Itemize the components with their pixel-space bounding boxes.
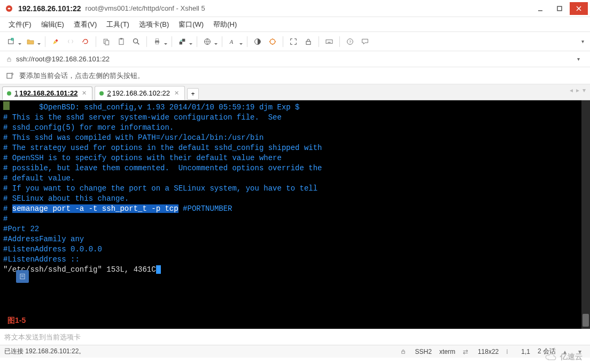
svg-rect-16 [156, 38, 158, 40]
close-button[interactable] [570, 2, 588, 15]
find-button[interactable] [129, 35, 143, 49]
menu-help[interactable]: 帮助(H) [210, 18, 240, 31]
line-marker-icon [3, 101, 10, 110]
svg-rect-12 [120, 38, 122, 39]
status-dot-icon [99, 91, 104, 96]
color-scheme-button[interactable] [251, 35, 265, 49]
position-icon: ⁞ [506, 348, 514, 355]
lock-button[interactable] [301, 35, 315, 49]
minimize-button[interactable] [531, 2, 549, 15]
compose-placeholder: 将文本发送到当前选项卡 [4, 333, 81, 342]
figure-caption: 图1-5 [7, 315, 26, 326]
print-button[interactable] [150, 35, 168, 49]
menu-window[interactable]: 窗口(W) [175, 18, 207, 31]
menu-tab[interactable]: 选项卡(B) [136, 18, 172, 31]
svg-rect-19 [182, 38, 185, 41]
transfer-button[interactable] [175, 35, 193, 49]
keyboard-button[interactable] [322, 35, 336, 49]
terminal-line: # OpenSSH is to specify options with the… [3, 153, 587, 163]
svg-rect-25 [326, 39, 332, 43]
tab-nav: ◂ ▸ ▾ [569, 86, 587, 94]
add-session-icon[interactable] [4, 70, 16, 82]
svg-rect-24 [306, 41, 310, 44]
encoding-button[interactable] [200, 35, 219, 49]
toolbar-sep [197, 36, 197, 47]
tab-number: 2 [107, 89, 111, 97]
cursor-icon [156, 265, 161, 274]
lock-icon [400, 349, 408, 354]
tab-next-icon[interactable]: ▸ [575, 86, 580, 94]
session-properties-button[interactable] [266, 35, 280, 49]
toolbar-sep [45, 36, 45, 47]
terminal-line: # default value. [3, 173, 587, 184]
reconnect-button[interactable] [79, 35, 92, 49]
tab-list-icon[interactable]: ▾ [581, 86, 587, 94]
address-bar: ssh://root@192.168.26.101:22 ▾ [0, 51, 590, 67]
compose-bar[interactable]: 将文本发送到当前选项卡 [0, 329, 590, 345]
terminal[interactable]: # $OpenBSD: sshd_config,v 1.93 2014/01/1… [0, 100, 590, 329]
toolbar-sep [247, 36, 247, 47]
terminal-line: # $OpenBSD: sshd_config,v 1.93 2014/01/1… [3, 102, 587, 113]
add-tab-button[interactable]: + [187, 88, 199, 100]
toolbar-sep [146, 36, 147, 47]
svg-rect-37 [401, 351, 405, 353]
terminal-line: #AddressFamily any [3, 234, 587, 244]
terminal-line: #ListenAddress :: [3, 255, 587, 265]
tab-close-icon[interactable]: ✕ [174, 90, 179, 97]
maximize-button[interactable] [550, 2, 569, 15]
new-session-button[interactable] [4, 35, 22, 49]
tab-close-icon[interactable]: ✕ [82, 90, 87, 97]
svg-rect-32 [7, 59, 11, 61]
status-connection: 已连接 192.168.26.101:22。 [4, 347, 400, 356]
tab-number: 1 [14, 89, 18, 97]
highlight-button[interactable] [49, 35, 63, 49]
fullscreen-button[interactable] [286, 35, 300, 49]
terminal-line: # [3, 214, 587, 224]
address-dropdown[interactable]: ▾ [577, 56, 586, 62]
svg-rect-33 [7, 73, 12, 78]
status-size: 118x22 [478, 348, 499, 355]
terminal-line: #Port 22 [3, 224, 587, 234]
hint-text: 要添加当前会话，点击左侧的箭头按钮。 [19, 71, 144, 81]
selection: semanage port -a -t ssh_port_t -p tcp [12, 204, 178, 213]
session-tab-1[interactable]: 1 192.168.26.101:22 ✕ [2, 86, 92, 100]
open-session-button[interactable] [24, 35, 42, 49]
menu-tools[interactable]: 工具(T) [103, 18, 133, 31]
status-term: xterm [439, 348, 455, 355]
connect-button[interactable] [64, 35, 77, 49]
terminal-line: # If you want to change the port on a SE… [3, 184, 587, 194]
toolbar-sep [172, 36, 172, 47]
toolbar-sep [283, 36, 283, 47]
terminal-line: # SELinux about this change. [3, 194, 587, 204]
terminal-line-highlighted: # semanage port -a -t ssh_port_t -p tcp … [3, 204, 587, 214]
status-dot-icon [7, 91, 11, 96]
svg-point-13 [134, 38, 138, 43]
terminal-scrollbar[interactable] [581, 100, 590, 329]
watermark: 亿速云 [544, 352, 583, 362]
menubar: 文件(F) 编辑(E) 查看(V) 工具(T) 选项卡(B) 窗口(W) 帮助(… [0, 17, 590, 32]
copy-button[interactable] [99, 35, 113, 49]
menu-edit[interactable]: 编辑(E) [38, 18, 67, 31]
menu-view[interactable]: 查看(V) [71, 18, 100, 31]
feedback-button[interactable] [358, 35, 372, 49]
tab-prev-icon[interactable]: ◂ [569, 86, 574, 94]
svg-rect-10 [105, 41, 109, 45]
toolbar-sep [339, 36, 340, 47]
toolbar-sep [96, 36, 96, 47]
resize-icon: ⇄ [463, 348, 470, 355]
help-button[interactable]: ? [343, 35, 357, 49]
svg-text:?: ? [349, 39, 351, 44]
status-protocol: SSH2 [415, 348, 432, 355]
address-text[interactable]: ssh://root@192.168.26.101:22 [14, 55, 577, 63]
app-logo-icon [4, 4, 14, 13]
titlebar: 192.168.26.101:22 root@vms001:/etc/httpd… [0, 0, 590, 17]
scrollbar-thumb[interactable] [583, 314, 589, 327]
toolbar-overflow[interactable]: ▾ [579, 38, 586, 44]
menu-file[interactable]: 文件(F) [5, 18, 35, 31]
font-button[interactable]: A [226, 35, 244, 49]
paste-button[interactable] [114, 35, 128, 49]
document-overlay-icon [16, 270, 29, 283]
toolbar-sep [222, 36, 222, 47]
session-tab-2[interactable]: 2 192.168.26.102:22 ✕ [95, 86, 185, 100]
terminal-line: # The strategy used for options in the d… [3, 143, 587, 153]
